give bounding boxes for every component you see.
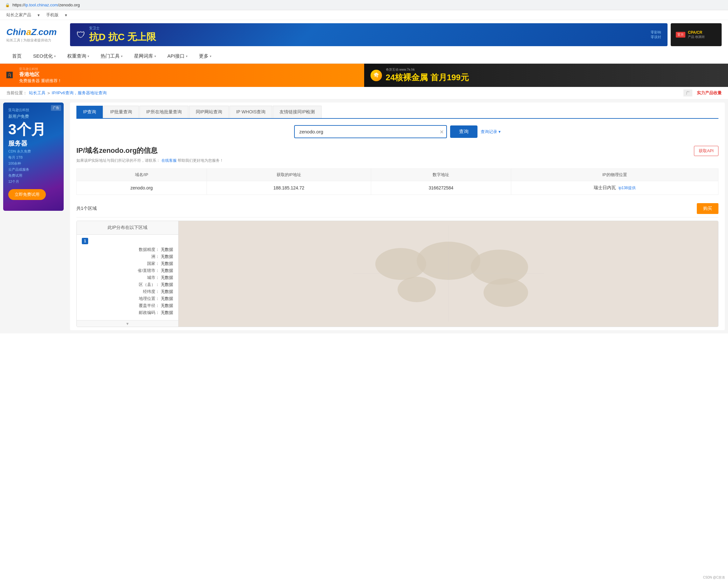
banner-badge: 官方	[676, 32, 685, 37]
scroll-more-indicator[interactable]: ▼	[77, 320, 178, 327]
ad-button[interactable]: 立即免费试用	[8, 189, 46, 200]
tab-whois[interactable]: IP WHOIS查询	[230, 106, 272, 118]
breadcrumb: 当前位置： 站长工具 > IP/IPv6查询，服务器地址查询	[6, 90, 107, 96]
breadcrumb-bar: 当前位置： 站长工具 > IP/IPv6查询，服务器地址查询 广 实力产品收量	[0, 87, 728, 99]
ad-box[interactable]: 广告 亚马逊云科技 新用户免费 3个月 服务器 CDN 永久免费 每月 1TB …	[3, 103, 64, 211]
top-nav: 站长之家产品 ▾ 手机版 ▾	[0, 10, 728, 20]
tab-ip-query[interactable]: IP查询	[76, 106, 103, 118]
region-content: 此IP分布在以下区域 1 数据精度： 无数据	[76, 221, 719, 327]
result-table: 域名/IP 获取的IP地址 数字地址 IP的物理位置 zenodo.org 18…	[76, 169, 719, 195]
content-area: 广告 亚马逊云科技 新用户免费 3个月 服务器 CDN 永久免费 每月 1TB …	[0, 99, 728, 333]
region-count: 共1个区域	[76, 206, 97, 211]
map-area	[179, 221, 718, 327]
nav-weight[interactable]: 权重查询 ▾	[61, 49, 95, 63]
top-nav-products[interactable]: 站长之家产品	[6, 12, 31, 18]
breadcrumb-link2[interactable]: IP/IPv6查询，服务器地址查询	[52, 90, 107, 96]
url-text: https://ip.tool.chinaz.com/zenodo.org	[12, 3, 80, 7]
online-service-link[interactable]: 在线客服	[161, 158, 177, 163]
tab-same-ip[interactable]: 同IP网站查询	[189, 106, 229, 118]
region-scroll[interactable]: 1 数据精度： 无数据 洲： 无数据	[77, 235, 178, 327]
csdn-badge: CSDN @C苏清	[703, 575, 725, 580]
promo-banner: 🅰 亚马逊云科技 香港地区 免费服务器 重磅推荐！ 奇 奇异互动 www.7e.…	[0, 64, 728, 87]
region-num: 1	[82, 238, 88, 244]
main-container: 站长之家产品 ▾ 手机版 ▾ ChinaZ.com 站长工具 | 为创业者提供动…	[0, 10, 728, 583]
logo-chinaz: ChinaZ	[6, 27, 36, 37]
orange-banner[interactable]: 🅰 亚马逊云科技 香港地区 免费服务器 重磅推荐！	[0, 64, 364, 87]
tab-friendship-ip[interactable]: 友情链接同IP检测	[273, 106, 321, 118]
svg-point-4	[397, 277, 436, 302]
col-numeric: 数字地址	[371, 169, 511, 181]
main-nav: 首页 SEO优化 ▾ 权重查询 ▾ 热门工具 ▾ 星网词库 ▾ API接口 ▾ …	[0, 49, 728, 64]
search-clear-icon[interactable]: ✕	[440, 129, 444, 135]
banner-blue[interactable]: 🛡 安卫士 抗D 抗C 无上限 零影响 零误封	[70, 23, 668, 46]
gold-text: 24核裸金属 首月199元	[386, 72, 469, 83]
result-section: 获取API IP/域名zenodo.org的信息 如果该IP实际地址与我们所记录…	[76, 146, 719, 169]
amazon-icon: 🅰	[6, 72, 13, 79]
main-content: IP查询 IP批量查询 IP所在地批量查询 同IP网站查询 IP WHOIS查询…	[70, 103, 725, 330]
url-bar: https://ip.tool.chinaz.com/zenodo.org	[12, 3, 80, 7]
cell-ip: 188.185.124.72	[207, 181, 371, 195]
tab-ip-location-batch[interactable]: IP所在地批量查询	[139, 106, 188, 118]
cell-location: 瑞士日内瓦 ip138提供	[511, 181, 718, 195]
nav-words[interactable]: 星网词库 ▾	[128, 49, 162, 63]
gold-banner[interactable]: 奇 奇异互动 www.7e.hk 24核裸金属 首月199元	[364, 64, 728, 87]
tab-ip-batch[interactable]: IP批量查询	[103, 106, 139, 118]
ad-tag: 广告	[51, 105, 61, 111]
region-item: 1 数据精度： 无数据 洲： 无数据	[77, 235, 178, 320]
get-api-button[interactable]: 获取API	[694, 146, 719, 156]
logo-title: ChinaZ.com	[6, 27, 64, 37]
banner-area: 🛡 安卫士 抗D 抗C 无上限 零影响 零误封 官方 CPA/CR 产品 收跳转	[70, 23, 722, 46]
top-nav-mobile[interactable]: 手机版	[46, 12, 58, 18]
breadcrumb-label: 当前位置：	[6, 90, 27, 96]
browser-bar: 🔒 https://ip.tool.chinaz.com/zenodo.org	[0, 0, 728, 10]
logo-area: ChinaZ.com 站长工具 | 为创业者提供动力	[6, 27, 64, 43]
banner-dark[interactable]: 官方 CPA/CR 产品 收跳转	[671, 23, 722, 46]
search-input[interactable]	[294, 125, 447, 138]
ad-big: 3个月	[8, 122, 58, 136]
region-list-header: 此IP分布在以下区域	[77, 221, 178, 235]
buy-button[interactable]: 购买	[697, 203, 719, 214]
nav-seo[interactable]: SEO优化 ▾	[27, 49, 61, 63]
cell-numeric: 3166272584	[371, 181, 511, 195]
col-domain: 域名/IP	[77, 169, 207, 181]
banner-big-text: 抗D 抗C 无上限	[89, 30, 156, 44]
map-placeholder	[353, 226, 544, 322]
gold-logo: 奇	[370, 70, 382, 81]
lock-icon: 🔒	[5, 3, 10, 7]
banner-dark-text: CPA/CR	[688, 30, 705, 35]
nav-home[interactable]: 首页	[6, 49, 27, 63]
nav-more[interactable]: 更多 ▾	[193, 49, 217, 63]
map-svg	[353, 226, 544, 321]
search-button[interactable]: 查询	[450, 125, 477, 138]
table-row: zenodo.org 188.185.124.72 3166272584 瑞士日…	[77, 181, 719, 195]
ad-mid: 服务器	[8, 139, 58, 148]
svg-point-5	[484, 278, 528, 307]
ip138-link[interactable]: ip138提供	[619, 186, 635, 190]
region-list: 此IP分布在以下区域 1 数据精度： 无数据	[77, 221, 179, 327]
result-title: IP/域名zenodo.org的信息	[76, 146, 719, 155]
cell-domain: zenodo.org	[77, 181, 207, 195]
search-history[interactable]: 查询记录 ▾	[481, 129, 501, 135]
region-header: 共1个区域 购买	[76, 200, 719, 218]
col-location: IP的物理位置	[511, 169, 718, 181]
search-input-wrap: ✕	[294, 125, 447, 138]
tabs: IP查询 IP批量查询 IP所在地批量查询 同IP网站查询 IP WHOIS查询…	[76, 106, 719, 119]
left-ad: 广告 亚马逊云科技 新用户免费 3个月 服务器 CDN 永久免费 每月 1TB …	[0, 99, 67, 333]
nav-api[interactable]: API接口 ▾	[162, 49, 193, 63]
col-ip: 获取的IP地址	[207, 169, 371, 181]
header: ChinaZ.com 站长工具 | 为创业者提供动力 🛡 安卫士 抗D 抗C 无…	[0, 20, 728, 49]
logo-subtitle: 站长工具 | 为创业者提供动力	[6, 38, 64, 43]
search-area: ✕ 查询 查询记录 ▾	[76, 125, 719, 138]
result-subtitle: 如果该IP实际地址与我们所记录的不符，请联系： 在线客服 帮助我们更好地为您服务…	[76, 158, 719, 163]
nav-tools[interactable]: 热门工具 ▾	[95, 49, 128, 63]
shield-icon: 🛡	[76, 30, 85, 40]
breadcrumb-sep: >	[47, 91, 50, 96]
breadcrumb-link1[interactable]: 站长工具	[29, 90, 46, 96]
breadcrumb-right: 广 实力产品收量	[683, 90, 722, 96]
product-collect[interactable]: 实力产品收量	[697, 91, 722, 95]
